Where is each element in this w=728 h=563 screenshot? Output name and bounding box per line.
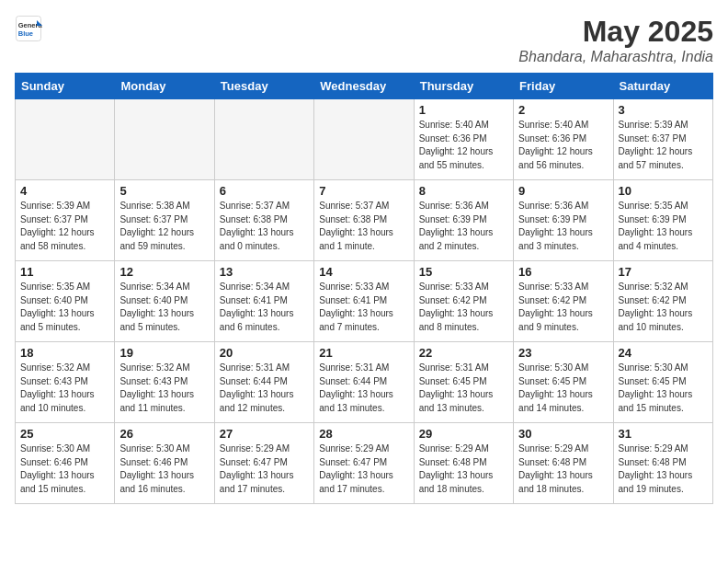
day-info: Sunrise: 5:32 AM Sunset: 6:43 PM Dayligh… — [119, 362, 209, 415]
calendar-cell: 10Sunrise: 5:35 AM Sunset: 6:39 PM Dayli… — [613, 180, 712, 261]
day-info: Sunrise: 5:32 AM Sunset: 6:42 PM Dayligh… — [619, 281, 708, 334]
day-number: 5 — [119, 184, 209, 198]
calendar-cell — [115, 99, 214, 180]
day-info: Sunrise: 5:29 AM Sunset: 6:47 PM Dayligh… — [319, 442, 408, 496]
day-number: 30 — [518, 427, 608, 441]
day-info: Sunrise: 5:31 AM Sunset: 6:44 PM Dayligh… — [319, 362, 408, 415]
column-header-wednesday: Wednesday — [314, 74, 414, 99]
column-header-monday: Monday — [115, 74, 214, 99]
day-number: 9 — [518, 184, 608, 198]
day-number: 13 — [220, 265, 309, 279]
day-number: 7 — [319, 184, 408, 198]
day-number: 20 — [220, 346, 309, 360]
day-number: 23 — [518, 346, 608, 360]
title-area: May 2025 Bhandara, Maharashtra, India — [518, 15, 713, 65]
day-info: Sunrise: 5:30 AM Sunset: 6:46 PM Dayligh… — [20, 442, 109, 496]
day-info: Sunrise: 5:40 AM Sunset: 6:36 PM Dayligh… — [419, 119, 508, 172]
calendar-cell: 29Sunrise: 5:29 AM Sunset: 6:48 PM Dayli… — [414, 423, 513, 504]
day-info: Sunrise: 5:33 AM Sunset: 6:42 PM Dayligh… — [419, 281, 508, 334]
calendar-cell — [16, 99, 115, 180]
day-info: Sunrise: 5:29 AM Sunset: 6:48 PM Dayligh… — [419, 442, 508, 496]
day-info: Sunrise: 5:33 AM Sunset: 6:42 PM Dayligh… — [518, 281, 608, 334]
calendar-cell: 31Sunrise: 5:29 AM Sunset: 6:48 PM Dayli… — [613, 423, 712, 504]
day-info: Sunrise: 5:30 AM Sunset: 6:45 PM Dayligh… — [619, 362, 708, 415]
calendar-cell: 2Sunrise: 5:40 AM Sunset: 6:36 PM Daylig… — [514, 99, 613, 180]
svg-text:Blue: Blue — [18, 29, 33, 38]
day-number: 1 — [419, 103, 508, 117]
column-header-thursday: Thursday — [414, 74, 513, 99]
calendar-cell: 9Sunrise: 5:36 AM Sunset: 6:39 PM Daylig… — [514, 180, 613, 261]
column-header-tuesday: Tuesday — [214, 74, 313, 99]
day-number: 15 — [419, 265, 508, 279]
calendar-cell: 22Sunrise: 5:31 AM Sunset: 6:45 PM Dayli… — [414, 342, 513, 423]
day-info: Sunrise: 5:33 AM Sunset: 6:41 PM Dayligh… — [319, 281, 408, 334]
day-number: 25 — [20, 427, 109, 441]
logo-icon: General Blue — [15, 15, 42, 42]
day-info: Sunrise: 5:34 AM Sunset: 6:41 PM Dayligh… — [220, 281, 309, 334]
day-number: 27 — [220, 427, 309, 441]
day-number: 2 — [518, 103, 608, 117]
calendar-cell: 30Sunrise: 5:29 AM Sunset: 6:48 PM Dayli… — [514, 423, 613, 504]
calendar-cell: 24Sunrise: 5:30 AM Sunset: 6:45 PM Dayli… — [613, 342, 712, 423]
calendar-cell — [314, 99, 414, 180]
week-row-2: 4Sunrise: 5:39 AM Sunset: 6:37 PM Daylig… — [16, 180, 713, 261]
column-header-saturday: Saturday — [613, 74, 712, 99]
calendar-title: May 2025 — [518, 15, 713, 49]
calendar-cell: 8Sunrise: 5:36 AM Sunset: 6:39 PM Daylig… — [414, 180, 513, 261]
day-number: 8 — [419, 184, 508, 198]
week-row-3: 11Sunrise: 5:35 AM Sunset: 6:40 PM Dayli… — [16, 261, 713, 342]
calendar-cell: 6Sunrise: 5:37 AM Sunset: 6:38 PM Daylig… — [214, 180, 313, 261]
day-number: 28 — [319, 427, 408, 441]
day-number: 19 — [119, 346, 209, 360]
calendar-cell: 28Sunrise: 5:29 AM Sunset: 6:47 PM Dayli… — [314, 423, 414, 504]
calendar-cell: 3Sunrise: 5:39 AM Sunset: 6:37 PM Daylig… — [613, 99, 712, 180]
week-row-4: 18Sunrise: 5:32 AM Sunset: 6:43 PM Dayli… — [16, 342, 713, 423]
calendar-cell: 25Sunrise: 5:30 AM Sunset: 6:46 PM Dayli… — [16, 423, 115, 504]
calendar-cell: 27Sunrise: 5:29 AM Sunset: 6:47 PM Dayli… — [214, 423, 313, 504]
day-number: 21 — [319, 346, 408, 360]
page-header: General Blue May 2025 Bhandara, Maharash… — [15, 15, 713, 65]
calendar-cell: 1Sunrise: 5:40 AM Sunset: 6:36 PM Daylig… — [414, 99, 513, 180]
day-number: 31 — [619, 427, 708, 441]
day-info: Sunrise: 5:35 AM Sunset: 6:39 PM Dayligh… — [619, 200, 708, 253]
calendar-cell: 7Sunrise: 5:37 AM Sunset: 6:38 PM Daylig… — [314, 180, 414, 261]
day-number: 16 — [518, 265, 608, 279]
calendar-cell: 13Sunrise: 5:34 AM Sunset: 6:41 PM Dayli… — [214, 261, 313, 342]
day-number: 18 — [20, 346, 109, 360]
day-info: Sunrise: 5:29 AM Sunset: 6:47 PM Dayligh… — [220, 442, 309, 496]
day-info: Sunrise: 5:30 AM Sunset: 6:45 PM Dayligh… — [518, 362, 608, 415]
day-number: 22 — [419, 346, 508, 360]
calendar-cell: 17Sunrise: 5:32 AM Sunset: 6:42 PM Dayli… — [613, 261, 712, 342]
calendar-cell: 12Sunrise: 5:34 AM Sunset: 6:40 PM Dayli… — [115, 261, 214, 342]
day-info: Sunrise: 5:29 AM Sunset: 6:48 PM Dayligh… — [619, 442, 708, 496]
calendar-cell: 14Sunrise: 5:33 AM Sunset: 6:41 PM Dayli… — [314, 261, 414, 342]
day-number: 14 — [319, 265, 408, 279]
calendar-cell: 16Sunrise: 5:33 AM Sunset: 6:42 PM Dayli… — [514, 261, 613, 342]
calendar-table: SundayMondayTuesdayWednesdayThursdayFrid… — [15, 73, 713, 504]
day-number: 10 — [619, 184, 708, 198]
day-number: 29 — [419, 427, 508, 441]
day-info: Sunrise: 5:35 AM Sunset: 6:40 PM Dayligh… — [20, 281, 109, 334]
day-info: Sunrise: 5:32 AM Sunset: 6:43 PM Dayligh… — [20, 362, 109, 415]
day-info: Sunrise: 5:39 AM Sunset: 6:37 PM Dayligh… — [20, 200, 109, 253]
column-header-sunday: Sunday — [16, 74, 115, 99]
day-info: Sunrise: 5:39 AM Sunset: 6:37 PM Dayligh… — [619, 119, 708, 172]
calendar-cell: 5Sunrise: 5:38 AM Sunset: 6:37 PM Daylig… — [115, 180, 214, 261]
day-info: Sunrise: 5:29 AM Sunset: 6:48 PM Dayligh… — [518, 442, 608, 496]
column-header-friday: Friday — [514, 74, 613, 99]
day-info: Sunrise: 5:31 AM Sunset: 6:45 PM Dayligh… — [419, 362, 508, 415]
day-info: Sunrise: 5:40 AM Sunset: 6:36 PM Dayligh… — [518, 119, 608, 172]
day-number: 17 — [619, 265, 708, 279]
day-number: 12 — [119, 265, 209, 279]
day-number: 24 — [619, 346, 708, 360]
day-number: 11 — [20, 265, 109, 279]
week-row-5: 25Sunrise: 5:30 AM Sunset: 6:46 PM Dayli… — [16, 423, 713, 504]
calendar-cell: 23Sunrise: 5:30 AM Sunset: 6:45 PM Dayli… — [514, 342, 613, 423]
calendar-cell: 19Sunrise: 5:32 AM Sunset: 6:43 PM Dayli… — [115, 342, 214, 423]
calendar-body: 1Sunrise: 5:40 AM Sunset: 6:36 PM Daylig… — [16, 99, 713, 504]
logo: General Blue — [15, 15, 42, 42]
day-info: Sunrise: 5:37 AM Sunset: 6:38 PM Dayligh… — [319, 200, 408, 253]
calendar-cell: 26Sunrise: 5:30 AM Sunset: 6:46 PM Dayli… — [115, 423, 214, 504]
calendar-cell: 20Sunrise: 5:31 AM Sunset: 6:44 PM Dayli… — [214, 342, 313, 423]
calendar-cell: 21Sunrise: 5:31 AM Sunset: 6:44 PM Dayli… — [314, 342, 414, 423]
